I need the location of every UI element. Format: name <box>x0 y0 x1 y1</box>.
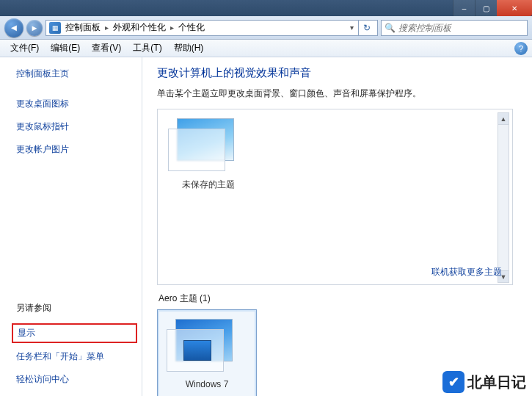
themes-panel: ▲ ▼ 未保存的主题 联机获取更多主题 <box>157 109 513 285</box>
aero-section-title: Aero 主题 (1) <box>158 292 513 305</box>
sidebar-ease-link[interactable]: 轻松访问中心 <box>16 373 137 386</box>
sidebar-taskbar-link[interactable]: 任务栏和「开始」菜单 <box>16 350 137 363</box>
forward-button[interactable]: ► <box>26 20 43 36</box>
help-icon[interactable]: ? <box>514 42 528 55</box>
refresh-button[interactable]: ↻ <box>358 20 374 36</box>
sidebar: 控制面板主页 更改桌面图标 更改鼠标指针 更改帐户图片 另请参阅 显示 任务栏和… <box>0 57 142 396</box>
breadcrumb-level2[interactable]: 个性化 <box>178 21 205 34</box>
breadcrumb-dropdown-icon[interactable]: ▾ <box>350 24 354 32</box>
theme-unsaved[interactable]: 未保存的主题 <box>168 118 249 191</box>
page-title: 更改计算机上的视觉效果和声音 <box>157 66 513 80</box>
scroll-up-icon[interactable]: ▲ <box>498 113 509 125</box>
watermark-icon: ✔ <box>442 371 464 393</box>
search-input[interactable] <box>398 23 524 33</box>
sidebar-link-account-pic[interactable]: 更改帐户图片 <box>16 143 137 156</box>
breadcrumb[interactable]: ▦ 控制面板 ▸ 外观和个性化 ▸ 个性化 ▾ ↻ <box>45 20 378 36</box>
maximize-button[interactable]: ▢ <box>475 0 497 16</box>
back-button[interactable]: ◄ <box>4 18 23 37</box>
theme-label: 未保存的主题 <box>168 179 249 191</box>
breadcrumb-level1[interactable]: 外观和个性化 <box>113 21 166 34</box>
theme-label: Windows 7 <box>167 379 247 389</box>
menu-edit[interactable]: 编辑(E) <box>45 40 86 56</box>
close-button[interactable]: ✕ <box>497 0 532 16</box>
breadcrumb-root[interactable]: 控制面板 <box>65 21 101 34</box>
sidebar-display-link[interactable]: 显示 <box>12 323 137 343</box>
sidebar-link-icons[interactable]: 更改桌面图标 <box>16 98 137 110</box>
address-bar: ◄ ► ▦ 控制面板 ▸ 外观和个性化 ▸ 个性化 ▾ ↻ 🔍 <box>0 16 532 40</box>
minimize-button[interactable]: – <box>453 0 475 16</box>
menu-file[interactable]: 文件(F) <box>4 40 45 56</box>
theme-thumbnail <box>168 118 241 176</box>
sidebar-home[interactable]: 控制面板主页 <box>16 68 137 80</box>
sidebar-see-also: 另请参阅 <box>16 302 137 314</box>
menu-tools[interactable]: 工具(T) <box>127 40 167 56</box>
chevron-right-icon: ▸ <box>105 24 109 32</box>
control-panel-icon: ▦ <box>49 22 61 34</box>
more-themes-link[interactable]: 联机获取更多主题 <box>431 266 502 278</box>
scrollbar[interactable]: ▲ ▼ <box>498 112 509 283</box>
menu-view[interactable]: 查看(V) <box>86 40 127 56</box>
theme-thumbnail <box>167 319 240 376</box>
theme-windows7[interactable]: Windows 7 <box>157 309 257 396</box>
chevron-right-icon: ▸ <box>170 24 174 32</box>
search-box[interactable]: 🔍 <box>381 20 528 36</box>
window-titlebar: – ▢ ✕ <box>0 0 532 16</box>
content-pane: 更改计算机上的视觉效果和声音 单击某个主题立即更改桌面背景、窗口颜色、声音和屏幕… <box>142 57 532 396</box>
search-icon: 🔍 <box>385 23 396 33</box>
page-subtitle: 单击某个主题立即更改桌面背景、窗口颜色、声音和屏幕保护程序。 <box>157 87 513 100</box>
watermark: ✔ 北单日记 <box>442 371 526 393</box>
menu-bar: 文件(F) 编辑(E) 查看(V) 工具(T) 帮助(H) ? <box>0 40 532 57</box>
main-area: 控制面板主页 更改桌面图标 更改鼠标指针 更改帐户图片 另请参阅 显示 任务栏和… <box>0 57 532 396</box>
sidebar-link-mouse[interactable]: 更改鼠标指针 <box>16 120 137 133</box>
menu-help[interactable]: 帮助(H) <box>168 40 210 56</box>
